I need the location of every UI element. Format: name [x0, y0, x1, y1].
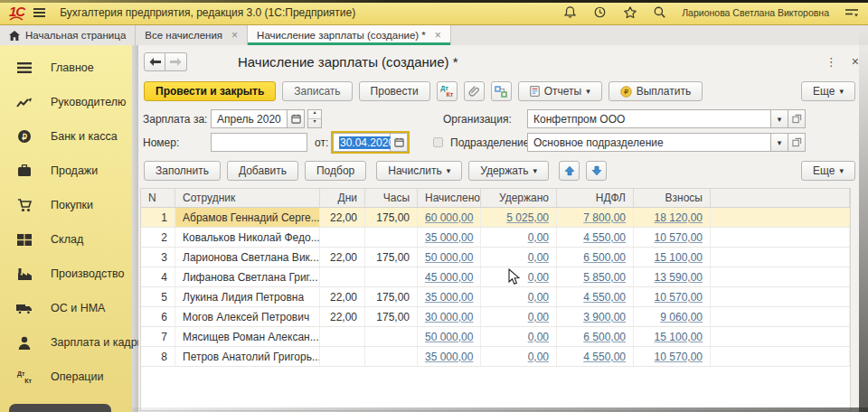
- month-stepper[interactable]: ▴▾: [307, 109, 322, 128]
- amount-link[interactable]: 15 100,00: [655, 331, 703, 343]
- salary-month-input[interactable]: Апрель 2020: [211, 109, 288, 128]
- table-row[interactable]: 7Мясищев Роман Алексан...50 000,000,006 …: [141, 327, 850, 347]
- calendar-icon[interactable]: [391, 133, 408, 152]
- accrue-button[interactable]: Начислить▾: [376, 161, 462, 181]
- sidebar-scroll-strip[interactable]: [132, 45, 138, 412]
- move-down-button[interactable]: [586, 161, 607, 181]
- chevron-down-icon[interactable]: ▾: [771, 109, 788, 128]
- amount-link[interactable]: 4 550,00: [583, 231, 626, 244]
- search-icon[interactable]: [652, 5, 667, 20]
- amount-link[interactable]: 4 550,00: [583, 291, 626, 304]
- table-row[interactable]: 1Абрамов Геннадий Серге...22,00175,0060 …: [141, 208, 850, 228]
- sidebar-item-rukovoditelyu[interactable]: Руководителю: [0, 85, 132, 119]
- table-row[interactable]: 5Лукина Лидия Петровна22,00175,0035 000,…: [141, 287, 850, 307]
- nav-forward-button[interactable]: [165, 52, 187, 71]
- amount-link[interactable]: 4 550,00: [583, 351, 626, 363]
- column-header[interactable]: Начислено: [418, 189, 481, 207]
- post-button[interactable]: Провести: [359, 81, 430, 101]
- amount-link[interactable]: 10 570,00: [655, 231, 703, 244]
- open-link-icon[interactable]: [788, 133, 806, 152]
- form-close-icon[interactable]: ×: [852, 54, 859, 69]
- amount-link[interactable]: 5 025,00: [506, 211, 549, 224]
- column-header[interactable]: Часы: [365, 189, 418, 207]
- main-menu-icon[interactable]: [33, 8, 45, 17]
- column-header[interactable]: Удержано: [481, 189, 557, 207]
- tab-close-icon[interactable]: ×: [435, 29, 441, 42]
- amount-link[interactable]: 9 060,00: [660, 311, 703, 323]
- amount-link[interactable]: 15 100,00: [655, 251, 703, 264]
- sidebar-item-prodazhi[interactable]: Продажи: [0, 154, 132, 188]
- calendar-icon[interactable]: [288, 109, 305, 128]
- save-button[interactable]: Записать: [282, 81, 352, 101]
- amount-link[interactable]: 6 500,00: [583, 251, 626, 264]
- date-input[interactable]: 30.04.2020: [333, 133, 391, 152]
- amount-link[interactable]: 10 570,00: [655, 351, 703, 363]
- organization-input[interactable]: Конфетпром ООО: [527, 109, 771, 128]
- amount-link[interactable]: 30 000,00: [425, 311, 473, 323]
- current-user-name[interactable]: Ларионова Светлана Викторовна: [682, 7, 829, 18]
- tab-payroll-accrual[interactable]: Начисление зарплаты (создание) * ×: [248, 25, 451, 45]
- number-input[interactable]: [211, 133, 307, 152]
- column-header[interactable]: Сотрудник: [175, 189, 320, 207]
- move-up-button[interactable]: [559, 161, 580, 181]
- column-header[interactable]: Взносы: [634, 189, 711, 207]
- amount-link[interactable]: 0,00: [528, 271, 549, 284]
- tab-home[interactable]: Начальная страница: [0, 25, 136, 45]
- column-header[interactable]: НДФЛ: [557, 189, 634, 207]
- sidebar-item-sklad[interactable]: Склад: [0, 222, 132, 257]
- amount-link[interactable]: 0,00: [528, 351, 549, 363]
- related-documents-button[interactable]: [491, 81, 512, 101]
- amount-link[interactable]: 18 120,00: [655, 211, 703, 224]
- amount-link[interactable]: 35 000,00: [425, 231, 473, 244]
- table-row[interactable]: 2Ковальков Николай Федо...35 000,000,004…: [141, 228, 850, 248]
- sidebar-item-pokupki[interactable]: Покупки: [0, 188, 132, 222]
- amount-link[interactable]: 6 500,00: [583, 331, 626, 343]
- sidebar-item-zarplata-kadry[interactable]: Зарплата и кадры: [0, 325, 132, 360]
- amount-link[interactable]: 10 570,00: [655, 291, 703, 304]
- amount-link[interactable]: 0,00: [528, 331, 549, 343]
- reports-button[interactable]: Отчеты▾: [518, 81, 602, 101]
- notifications-bell-icon[interactable]: [562, 5, 578, 20]
- history-icon[interactable]: [592, 5, 608, 20]
- favorites-star-icon[interactable]: [622, 5, 637, 20]
- amount-link[interactable]: 50 000,00: [425, 331, 473, 343]
- amount-link[interactable]: 0,00: [528, 231, 549, 244]
- toolbar-more-button[interactable]: Еще▾: [801, 81, 855, 101]
- department-input[interactable]: Основное подразделение: [527, 133, 771, 152]
- amount-link[interactable]: 0,00: [528, 311, 549, 323]
- sidebar-item-os-nma[interactable]: ОС и НМА: [0, 291, 132, 325]
- open-link-icon[interactable]: [788, 109, 806, 128]
- pick-button[interactable]: Подбор: [305, 161, 366, 181]
- sidebar-item-bank-kassa[interactable]: ₽ Банк и касса: [0, 119, 132, 154]
- sidebar-item-proizvodstvo[interactable]: Производство: [0, 257, 132, 291]
- attachments-button[interactable]: [464, 81, 485, 101]
- tab-all-accruals[interactable]: Все начисления ×: [136, 25, 248, 45]
- amount-link[interactable]: 35 000,00: [425, 351, 473, 363]
- table-more-button[interactable]: Еще▾: [801, 161, 855, 181]
- amount-link[interactable]: 5 850,00: [583, 271, 626, 284]
- column-header[interactable]: Дни: [320, 189, 365, 207]
- dtkt-postings-button[interactable]: ДтКт: [437, 81, 458, 101]
- service-settings-icon[interactable]: [844, 5, 859, 20]
- amount-link[interactable]: 7 800,00: [583, 211, 626, 224]
- sidebar-item-operacii[interactable]: ДтКт Операции: [0, 360, 132, 394]
- table-row[interactable]: 6Могов Алексей Петрович22,00175,0030 000…: [141, 307, 850, 327]
- amount-link[interactable]: 13 590,00: [655, 271, 703, 284]
- tab-close-icon[interactable]: ×: [231, 29, 238, 42]
- amount-link[interactable]: 0,00: [528, 251, 549, 264]
- amount-link[interactable]: 60 000,00: [425, 211, 473, 224]
- nav-back-button[interactable]: [144, 52, 165, 71]
- column-header[interactable]: N: [141, 189, 175, 207]
- add-button[interactable]: Добавить: [227, 161, 298, 181]
- pay-button[interactable]: ₽ Выплатить: [609, 81, 703, 101]
- fill-button[interactable]: Заполнить: [144, 161, 221, 181]
- withhold-button[interactable]: Удержать▾: [468, 161, 549, 181]
- sidebar-item-glavnoe[interactable]: Главное: [0, 51, 132, 85]
- table-row[interactable]: 8Петров Анатолий Григорь...35 000,000,00…: [141, 347, 850, 367]
- more-menu-kebab-icon[interactable]: ⋮: [826, 55, 837, 69]
- amount-link[interactable]: 0,00: [528, 291, 549, 304]
- amount-link[interactable]: 3 900,00: [583, 311, 626, 323]
- amount-link[interactable]: 50 000,00: [425, 251, 473, 264]
- sidebar-hover-item[interactable]: [9, 404, 111, 412]
- table-row[interactable]: 4Лифанова Светлана Григ...45 000,000,005…: [141, 267, 850, 287]
